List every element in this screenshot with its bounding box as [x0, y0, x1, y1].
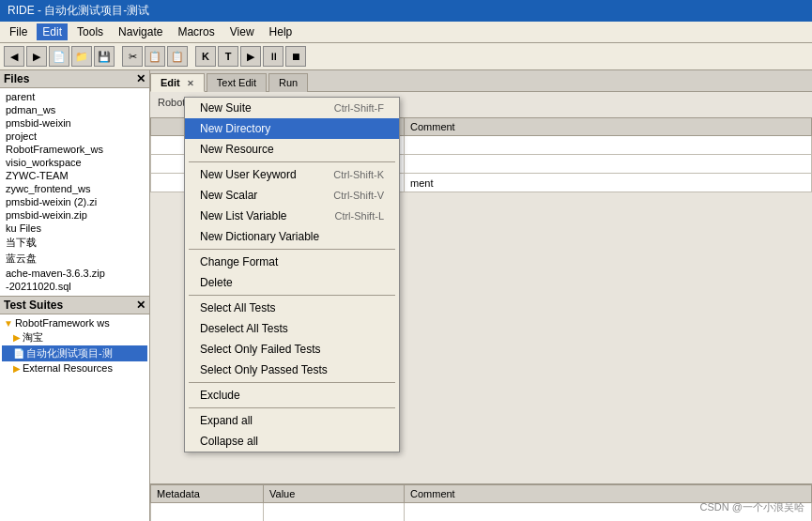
menu-select-only-failed-label: Select Only Failed Tests — [200, 343, 321, 356]
suites-tree[interactable]: ▼ RobotFramework ws ▶ 淘宝 📄 自动化测试项目-测 ▶ E… — [0, 314, 149, 521]
toolbar-paste[interactable]: 📋 — [167, 46, 188, 67]
menu-new-scalar[interactable]: New Scalar Ctrl-Shift-V — [185, 185, 399, 206]
menu-new-list-variable[interactable]: New List Variable Ctrl-Shift-L — [185, 206, 399, 226]
file-item[interactable]: 蓝云盘 — [4, 251, 146, 267]
tab-edit-label: Edit — [161, 77, 180, 88]
menu-new-resource-label: New Resource — [200, 143, 274, 156]
menu-new-suite-shortcut: Ctrl-Shift-F — [334, 102, 384, 114]
file-item[interactable]: ku Files — [4, 222, 146, 235]
toolbar-run[interactable]: ▶ — [240, 46, 261, 67]
menu-file[interactable]: File — [4, 23, 33, 40]
right-panel: Edit ✕ Text Edit Run RobotFramework_ws\自… — [150, 70, 812, 521]
file-item[interactable]: -20211020.sql — [4, 280, 146, 293]
toolbar-k[interactable]: K — [195, 46, 216, 67]
menu-select-all-tests-label: Select All Tests — [200, 301, 275, 314]
tree-item-robotframework[interactable]: ▼ RobotFramework ws — [2, 316, 147, 329]
toolbar-save[interactable]: 💾 — [94, 46, 115, 67]
meta-col-value: Value — [264, 485, 405, 503]
tab-edit-close[interactable]: ✕ — [187, 79, 194, 88]
file-item[interactable]: pmsbid-weixin — [4, 116, 146, 130]
menu-new-dictionary-variable[interactable]: New Dictionary Variable — [185, 226, 399, 247]
menu-deselect-all-tests[interactable]: Deselect All Tests — [185, 318, 399, 339]
menu-tools[interactable]: Tools — [71, 23, 109, 40]
file-item[interactable]: ache-maven-3.6.3.zip — [4, 267, 146, 280]
tree-item-external[interactable]: ▶ External Resources — [2, 361, 147, 375]
menu-new-scalar-shortcut: Ctrl-Shift-V — [333, 190, 384, 201]
menu-exclude[interactable]: Exclude — [185, 385, 399, 406]
menu-change-format[interactable]: Change Format — [185, 252, 399, 272]
separator-5 — [189, 407, 395, 408]
menu-new-user-keyword-label: New User Keyword — [200, 168, 297, 181]
folder-icon: ▶ — [13, 332, 21, 343]
file-item[interactable]: pmsbid-weixin (2).zi — [4, 195, 146, 208]
menu-macros[interactable]: Macros — [172, 23, 220, 40]
suites-close-icon[interactable]: ✕ — [136, 299, 146, 312]
toolbar-open[interactable]: 📁 — [71, 46, 92, 67]
file-item[interactable]: pdman_ws — [4, 103, 146, 116]
tree-item-taobao[interactable]: ▶ 淘宝 — [2, 329, 147, 345]
file-item[interactable]: parent — [4, 90, 146, 103]
toolbar-stop[interactable]: ⏹ — [285, 46, 306, 67]
menu-deselect-all-tests-label: Deselect All Tests — [200, 322, 288, 335]
file-item[interactable]: zywc_frontend_ws — [4, 182, 146, 195]
file-item[interactable]: pmsbid-weixin.zip — [4, 208, 146, 222]
toolbar-copy[interactable]: 📋 — [145, 46, 165, 67]
menu-new-list-variable-shortcut: Ctrl-Shift-L — [334, 210, 384, 222]
folder-icon: ▼ — [4, 318, 13, 329]
menu-new-directory-label: New Directory — [200, 122, 270, 135]
toolbar-new[interactable]: 📄 — [49, 46, 69, 67]
menu-select-all-tests[interactable]: Select All Tests — [185, 298, 399, 318]
toolbar-t[interactable]: T — [218, 46, 238, 67]
title-text: RIDE - 自动化测试项目-测试 — [8, 3, 149, 19]
menu-help[interactable]: Help — [264, 23, 299, 40]
menu-new-resource[interactable]: New Resource — [185, 139, 399, 160]
cell[interactable] — [405, 155, 812, 174]
file-item[interactable]: 当下载 — [4, 235, 146, 251]
suites-panel-header: Test Suites ✕ — [0, 296, 149, 314]
cell-ment: ment — [405, 174, 812, 192]
file-item[interactable]: visio_workspace — [4, 156, 146, 169]
menu-select-only-passed[interactable]: Select Only Passed Tests — [185, 360, 399, 380]
toolbar-cut[interactable]: ✂ — [122, 46, 143, 67]
menu-edit[interactable]: Edit — [37, 23, 68, 40]
tab-text-edit[interactable]: Text Edit — [207, 73, 267, 92]
menu-collapse-all-label: Collapse all — [200, 435, 258, 448]
file-item[interactable]: ZYWC-TEAM — [4, 169, 146, 182]
menu-expand-all[interactable]: Expand all — [185, 410, 399, 431]
toolbar-pause[interactable]: ⏸ — [263, 46, 283, 67]
menu-navigate[interactable]: Navigate — [113, 23, 168, 40]
separator-1 — [189, 161, 395, 162]
menu-select-only-passed-label: Select Only Passed Tests — [200, 363, 328, 376]
meta-cell[interactable] — [264, 503, 405, 522]
toolbar-back[interactable]: ◀ — [4, 46, 24, 67]
menu-exclude-label: Exclude — [200, 389, 240, 402]
menu-delete[interactable]: Delete — [185, 272, 399, 293]
meta-col-metadata: Metadata — [151, 485, 264, 503]
file-item[interactable]: RobotFramework_ws — [4, 143, 146, 156]
edit-menu: New Suite Ctrl-Shift-F New Directory New… — [184, 97, 400, 452]
menu-change-format-label: Change Format — [200, 255, 278, 268]
main-layout: Files ✕ parent pdman_ws pmsbid-weixin pr… — [0, 70, 812, 521]
tab-run[interactable]: Run — [268, 73, 308, 92]
menu-new-list-variable-label: New List Variable — [200, 209, 286, 222]
tree-item-automation[interactable]: 📄 自动化测试项目-测 — [2, 345, 147, 361]
files-list[interactable]: parent pdman_ws pmsbid-weixin project Ro… — [0, 88, 149, 296]
tab-edit[interactable]: Edit ✕ — [150, 73, 205, 92]
meta-cell[interactable] — [151, 503, 264, 522]
menu-expand-all-label: Expand all — [200, 414, 253, 427]
files-close-icon[interactable]: ✕ — [136, 72, 146, 85]
cell[interactable] — [405, 136, 812, 155]
menu-new-user-keyword[interactable]: New User Keyword Ctrl-Shift-K — [185, 164, 399, 185]
menu-collapse-all[interactable]: Collapse all — [185, 431, 399, 452]
separator-4 — [189, 382, 395, 383]
tab-text-edit-label: Text Edit — [217, 77, 256, 88]
menu-new-scalar-label: New Scalar — [200, 189, 257, 202]
menu-view[interactable]: View — [224, 23, 260, 40]
menu-new-directory[interactable]: New Directory — [185, 118, 399, 139]
folder-icon: ▶ — [13, 363, 21, 374]
tab-run-label: Run — [279, 77, 298, 88]
file-item[interactable]: project — [4, 130, 146, 143]
toolbar-forward[interactable]: ▶ — [26, 46, 47, 67]
menu-new-suite[interactable]: New Suite Ctrl-Shift-F — [185, 98, 399, 118]
menu-select-only-failed[interactable]: Select Only Failed Tests — [185, 339, 399, 360]
